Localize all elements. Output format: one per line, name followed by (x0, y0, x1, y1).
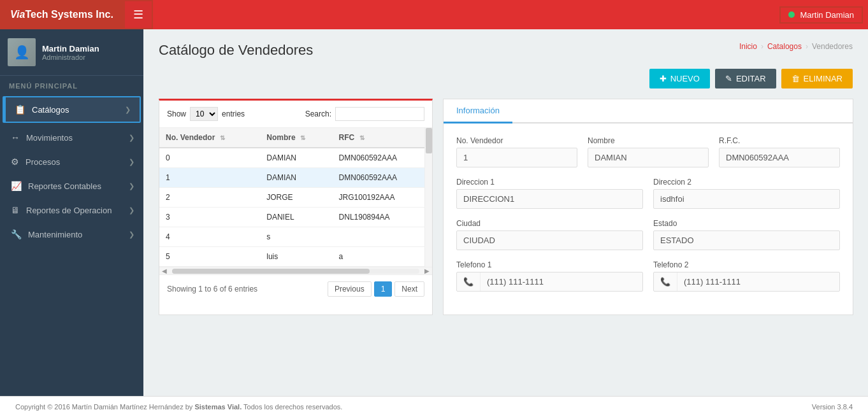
eliminar-button[interactable]: 🗑 ELIMINAR (781, 69, 853, 88)
show-label: Show (167, 110, 186, 118)
telefono1-label: Telefono 1 (456, 260, 643, 269)
editar-button[interactable]: ✎ EDITAR (715, 69, 776, 88)
sort-icon: ⇅ (300, 134, 305, 141)
top-navbar: Via Tech Systems Inc. ☰ Martin Damian (0, 0, 868, 29)
avatar-image: 👤 (8, 38, 36, 66)
direccion1-label: Direccion 1 (456, 178, 643, 187)
breadcrumb-sep: › (806, 42, 808, 51)
show-entries: Show 10 25 50 entries (167, 107, 245, 121)
breadcrumb: Inicio › Catalogos › Vendedores (739, 42, 853, 51)
telefono2-label: Telefono 2 (653, 260, 840, 269)
chevron-right-icon: ❯ (129, 182, 134, 190)
sidebar-menu-title: MENÚ PRINCIPAL (0, 76, 143, 94)
telefono2-input[interactable] (677, 272, 839, 291)
chevron-right-icon: ❯ (129, 206, 134, 215)
info-panel: Información No. Vendedor Nombre R (443, 99, 853, 315)
menu-toggle-button[interactable]: ☰ (124, 0, 153, 29)
breadcrumb-sep: › (761, 42, 763, 51)
cell-no: 4 (159, 227, 260, 247)
sidebar-item-reportes-operacion[interactable]: 🖥 Reportes de Operacion ❯ (0, 198, 143, 222)
breadcrumb-current: Vendedores (812, 42, 853, 51)
phone1-icon: 📞 (457, 272, 481, 291)
direccion1-input[interactable] (456, 189, 643, 209)
scroll-right-icon[interactable]: ▶ (422, 267, 432, 274)
table-footer: Showing 1 to 6 of 6 entries Previous 1 N… (159, 274, 432, 303)
table-row[interactable]: 1 DAMIAN DMN060592AAA (159, 168, 432, 188)
cell-no: 0 (159, 148, 260, 168)
sidebar-item-label: Procesos (25, 157, 60, 167)
sidebar-item-catalogos[interactable]: 📋 Catálogos ❯ (4, 97, 140, 122)
sidebar-item-reportes-contables[interactable]: 📈 Reportes Contables ❯ (0, 174, 143, 198)
brand-via: Via (10, 9, 25, 20)
avatar: 👤 (8, 38, 36, 66)
info-tabs: Información (444, 99, 853, 124)
table-row[interactable]: 3 DANIEL DNL190894AA (159, 208, 432, 227)
no-vendedor-input[interactable] (456, 148, 577, 167)
vendedores-table: No. Vendedor ⇅ Nombre ⇅ RFC ⇅ 0 DAMIAN D… (159, 128, 432, 267)
sidebar-item-procesos[interactable]: ⚙ Procesos ❯ (0, 150, 143, 174)
form-group-ciudad: Ciudad (456, 219, 643, 250)
no-vendedor-label: No. Vendedor (456, 136, 577, 145)
telefono1-input[interactable] (481, 272, 642, 291)
cell-rfc: DMN060592AAA (333, 168, 432, 188)
entries-select[interactable]: 10 25 50 (190, 107, 218, 121)
estado-label: Estado (653, 219, 840, 228)
direccion2-input[interactable] (653, 189, 840, 209)
footer-rights: Todos los derechos reservados. (242, 403, 342, 411)
form-group-telefono2: Telefono 2 📞 (653, 260, 840, 292)
sidebar-item-left: 🔧 Mantenimiento (11, 229, 82, 239)
table-row[interactable]: 2 JORGE JRG100192AAA (159, 188, 432, 208)
form-row-1: No. Vendedor Nombre R.F.C. (456, 136, 840, 167)
rfc-label: R.F.C. (719, 136, 840, 145)
estado-input[interactable] (653, 230, 840, 250)
scroll-left-icon[interactable]: ◀ (159, 267, 170, 274)
sidebar-item-mantenimiento[interactable]: 🔧 Mantenimiento ❯ (0, 222, 143, 246)
eliminar-icon: 🗑 (792, 74, 800, 83)
sidebar-item-movimientos[interactable]: ↔ Movimientos ❯ (0, 125, 143, 150)
sidebar-item-label: Movimientos (26, 133, 73, 143)
breadcrumb-catalogos[interactable]: Catalogos (767, 42, 802, 51)
nuevo-button[interactable]: ✚ NUEVO (649, 69, 710, 88)
user-badge[interactable]: Martin Damian (779, 6, 863, 24)
sidebar-item-label: Reportes de Operacion (26, 206, 112, 215)
tab-informacion[interactable]: Información (444, 99, 512, 124)
content-area: Catálogo de Vendedores Inicio › Catalogo… (143, 29, 868, 396)
ciudad-input[interactable] (456, 230, 643, 250)
cell-nombre: JORGE (260, 188, 332, 208)
search-input[interactable] (335, 107, 424, 121)
sidebar: 👤 Martin Damian Administrador MENÚ PRINC… (0, 29, 143, 396)
table-row[interactable]: 0 DAMIAN DMN060592AAA (159, 148, 432, 168)
page-title: Catálogo de Vendedores (159, 42, 313, 59)
editar-icon: ✎ (725, 74, 732, 83)
scroll-thumb[interactable] (426, 128, 432, 153)
brand-rest: Tech Systems Inc. (25, 9, 113, 20)
prev-button[interactable]: Previous (328, 281, 372, 297)
direccion2-label: Direccion 2 (653, 178, 840, 187)
footer-text: Copyright © 2016 Martín Damián Martínez … (15, 403, 194, 411)
sidebar-item-left: 🖥 Reportes de Operacion (11, 205, 112, 215)
navbar-left: Via Tech Systems Inc. ☰ (0, 0, 153, 29)
page-1-button[interactable]: 1 (374, 281, 393, 297)
cell-no: 1 (159, 168, 260, 188)
ciudad-label: Ciudad (456, 219, 643, 228)
cell-rfc: DNL190894AA (333, 208, 432, 227)
next-button[interactable]: Next (394, 281, 424, 297)
table-row[interactable]: 5 luis a (159, 247, 432, 267)
chevron-right-icon: ❯ (125, 106, 131, 114)
table-row[interactable]: 4 s (159, 227, 432, 247)
nombre-input[interactable] (588, 148, 709, 167)
toolbar: ✚ NUEVO ✎ EDITAR 🗑 ELIMINAR (159, 69, 853, 88)
h-scroll-thumb[interactable] (172, 269, 370, 274)
breadcrumb-inicio[interactable]: Inicio (739, 42, 757, 51)
table-wrapper: No. Vendedor ⇅ Nombre ⇅ RFC ⇅ 0 DAMIAN D… (159, 128, 432, 267)
col-rfc: RFC ⇅ (333, 128, 432, 148)
chevron-right-icon: ❯ (129, 230, 134, 239)
nombre-label: Nombre (588, 136, 709, 145)
form-row-4: Telefono 1 📞 Telefono 2 📞 (456, 260, 840, 292)
cell-nombre: DAMIAN (260, 168, 332, 188)
entries-label: entries (222, 110, 245, 118)
reportes-operacion-icon: 🖥 (11, 205, 20, 215)
catalogos-icon: 📋 (15, 104, 25, 115)
rfc-input[interactable] (719, 148, 840, 167)
form-group-telefono1: Telefono 1 📞 (456, 260, 643, 292)
